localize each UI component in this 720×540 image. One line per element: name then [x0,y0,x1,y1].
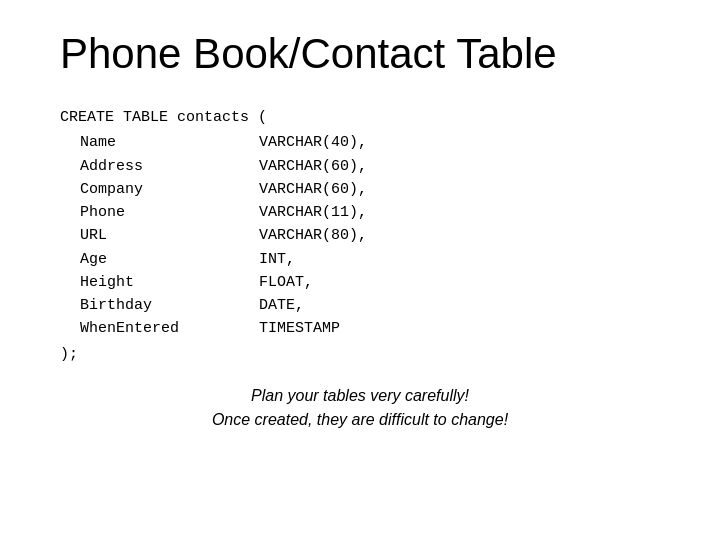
field-name: Phone [80,201,259,224]
table-row: WhenEnteredTIMESTAMP [80,317,367,340]
closing-paren: ); [60,343,660,366]
table-row: URLVARCHAR(80), [80,224,367,247]
field-name: Age [80,248,259,271]
field-name: Birthday [80,294,259,317]
field-name: WhenEntered [80,317,259,340]
field-type: VARCHAR(60), [259,178,367,201]
page: Phone Book/Contact Table CREATE TABLE co… [0,0,720,540]
footer-line2: Once created, they are difficult to chan… [60,408,660,432]
field-name: URL [80,224,259,247]
field-type: FLOAT, [259,271,367,294]
table-row: AgeINT, [80,248,367,271]
footer-line1: Plan your tables very carefully! [60,384,660,408]
field-type: VARCHAR(40), [259,131,367,154]
field-type: VARCHAR(11), [259,201,367,224]
field-type: DATE, [259,294,367,317]
page-title: Phone Book/Contact Table [60,30,660,78]
table-row: PhoneVARCHAR(11), [80,201,367,224]
field-type: INT, [259,248,367,271]
table-row: AddressVARCHAR(60), [80,155,367,178]
create-table-line: CREATE TABLE contacts ( [60,106,660,129]
field-name: Company [80,178,259,201]
field-type: TIMESTAMP [259,317,367,340]
field-name: Name [80,131,259,154]
field-type: VARCHAR(80), [259,224,367,247]
field-name: Address [80,155,259,178]
table-row: CompanyVARCHAR(60), [80,178,367,201]
table-row: BirthdayDATE, [80,294,367,317]
footer: Plan your tables very carefully! Once cr… [60,384,660,432]
table-row: NameVARCHAR(40), [80,131,367,154]
field-name: Height [80,271,259,294]
table-row: HeightFLOAT, [80,271,367,294]
field-type: VARCHAR(60), [259,155,367,178]
fields-table: NameVARCHAR(40),AddressVARCHAR(60),Compa… [80,131,367,340]
code-block: CREATE TABLE contacts ( NameVARCHAR(40),… [60,106,660,366]
